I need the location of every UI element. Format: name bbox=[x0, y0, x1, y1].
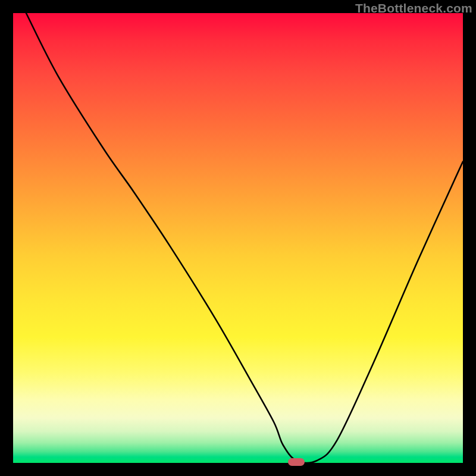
bottleneck-curve bbox=[13, 13, 463, 463]
minimum-marker bbox=[288, 458, 305, 466]
watermark-text: TheBottleneck.com bbox=[355, 1, 472, 15]
chart-frame: TheBottleneck.com bbox=[0, 0, 476, 476]
plot-area bbox=[13, 13, 463, 463]
